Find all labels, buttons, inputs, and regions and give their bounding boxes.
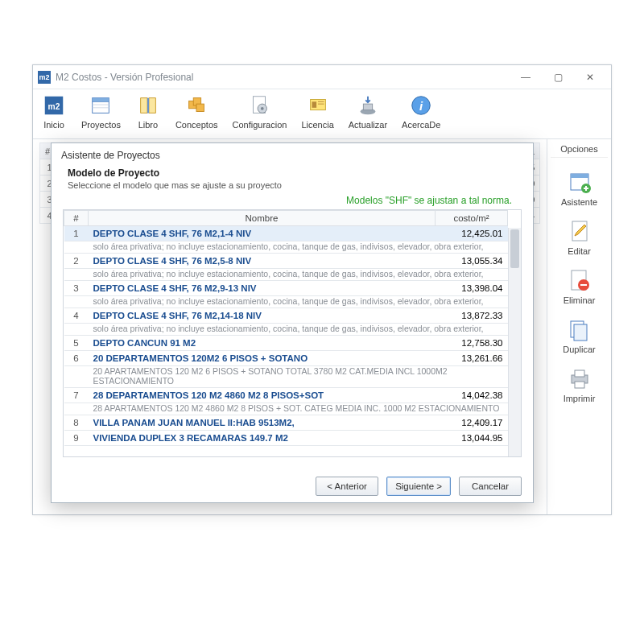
- option-label: Imprimir: [564, 394, 596, 403]
- svg-rect-32: [575, 382, 584, 388]
- ribbon-label: AcercaDe: [402, 120, 440, 130]
- ribbon-actualizar[interactable]: Actualizar: [349, 93, 387, 130]
- ribbon-label: Conceptos: [175, 120, 218, 130]
- delete-icon: [566, 267, 592, 293]
- row-name: VIVIENDA DUPLEX 3 RECAMARAS 149.7 M2: [89, 431, 436, 446]
- app-logo: m2: [38, 71, 51, 84]
- row-cost: 13,872.33: [436, 308, 508, 324]
- table-row-desc: 20 APARTAMENTOS 120 M2 6 PISOS + SOTANO …: [64, 366, 508, 388]
- ribbon-label: Proyectos: [81, 120, 121, 130]
- wizard-note: Modelos "SHF" se ajustan a tal norma.: [52, 192, 533, 209]
- wizard-heading: Modelo de Proyecto: [68, 167, 517, 179]
- ribbon-configuracion[interactable]: Configuracion: [233, 93, 287, 130]
- row-idx: 4: [64, 308, 89, 324]
- svg-rect-27: [580, 284, 587, 286]
- print-icon: [567, 365, 592, 391]
- minimize-button[interactable]: —: [510, 66, 542, 89]
- option-eliminar[interactable]: Eliminar: [564, 267, 596, 305]
- table-row[interactable]: 2 DEPTO CLASE 4 SHF, 76 M2,5-8 NIV 13,05…: [64, 254, 508, 269]
- wizard-subheading: Seleccione el modelo que mas se ajuste a…: [68, 180, 517, 190]
- row-desc: solo área privativa; no incluye estacion…: [89, 296, 508, 308]
- table-row[interactable]: 1 DEPTO CLASE 4 SHF, 76 M2,1-4 NIV 12,42…: [64, 226, 508, 242]
- option-label: Duplicar: [563, 345, 595, 354]
- row-desc: 20 APARTAMENTOS 120 M2 6 PISOS + SOTANO …: [89, 366, 508, 388]
- wizard-window-title: Asistente de Proyectos: [61, 150, 523, 161]
- wizard-col-name[interactable]: Nombre: [89, 211, 436, 226]
- next-button[interactable]: Siguiente >: [386, 477, 451, 496]
- ribbon-inicio[interactable]: m2 Inicio: [41, 93, 67, 130]
- row-desc: 28 APARTAMENTOS 120 M2 4860 M2 8 PISOS +…: [89, 403, 508, 415]
- wizard-scrollbar[interactable]: [508, 228, 521, 456]
- option-asistente[interactable]: Asistente: [561, 169, 597, 207]
- table-row-desc: solo área privativa; no incluye estacion…: [64, 242, 508, 254]
- row-cost: 12,409.17: [436, 415, 508, 431]
- back-button[interactable]: < Anterior: [316, 477, 378, 496]
- svg-rect-6: [93, 98, 109, 102]
- svg-rect-14: [312, 101, 316, 108]
- wizard-col-cost[interactable]: costo/m²: [436, 211, 508, 226]
- row-name: DEPTO CLASE 4 SHF, 76 M2,5-8 NIV: [89, 254, 436, 269]
- row-idx: 6: [64, 351, 89, 366]
- wizard-table[interactable]: # Nombre costo/m² 1 DEPTO CLASE 4 SHF, 7…: [64, 210, 508, 446]
- table-row[interactable]: 3 DEPTO CLASE 4 SHF, 76 M2,9-13 NIV 13,3…: [64, 281, 508, 296]
- table-row-desc: 28 APARTAMENTOS 120 M2 4860 M2 8 PISOS +…: [64, 403, 508, 415]
- svg-rect-18: [363, 104, 372, 110]
- row-name: 20 DEPARTAMENTOS 120M2 6 PISOS + SOTANO: [89, 351, 436, 366]
- row-cost: 13,261.66: [436, 351, 508, 366]
- table-row-desc: solo área privativa; no incluye estacion…: [64, 296, 508, 308]
- table-row[interactable]: 4 DEPTO CLASE 4 SHF, 76 M2,14-18 NIV 13,…: [64, 308, 508, 324]
- option-imprimir[interactable]: Imprimir: [564, 365, 596, 403]
- table-row[interactable]: 8 VILLA PANAM JUAN MANUEL II:HAB 9513M2,…: [64, 415, 508, 431]
- row-idx: 1: [64, 226, 89, 242]
- info-icon: i: [408, 93, 434, 118]
- ribbon-libro[interactable]: Libro: [135, 93, 161, 130]
- ribbon-proyectos[interactable]: Proyectos: [81, 93, 121, 130]
- table-row[interactable]: 9 VIVIENDA DUPLEX 3 RECAMARAS 149.7 M2 1…: [64, 431, 508, 446]
- row-name: DEPTO CLASE 4 SHF, 76 M2,9-13 NIV: [89, 281, 436, 296]
- ribbon-toolbar: m2 Inicio Proyectos Libro Conceptos Conf…: [33, 89, 611, 139]
- svg-rect-31: [575, 370, 584, 377]
- row-idx: 3: [64, 281, 89, 296]
- ribbon-label: Actualizar: [349, 120, 387, 130]
- ribbon-conceptos[interactable]: Conceptos: [175, 93, 218, 130]
- wizard-col-num[interactable]: #: [64, 211, 89, 226]
- table-row[interactable]: 7 28 DEPARTAMENTOS 120 M2 4860 M2 8 PISO…: [64, 388, 508, 403]
- row-desc: solo área privativa; no incluye estacion…: [89, 269, 508, 281]
- scrollbar-thumb[interactable]: [510, 229, 519, 268]
- table-row[interactable]: 5 DEPTO CANCUN 91 M2 12,758.30: [64, 336, 508, 351]
- edit-icon: [567, 218, 592, 244]
- wizard-table-container: # Nombre costo/m² 1 DEPTO CLASE 4 SHF, 7…: [63, 209, 522, 457]
- row-name: DEPTO CLASE 4 SHF, 76 M2,1-4 NIV: [89, 226, 436, 242]
- row-name: VILLA PANAM JUAN MANUEL II:HAB 9513M2,: [89, 415, 436, 431]
- table-row[interactable]: 6 20 DEPARTAMENTOS 120M2 6 PISOS + SOTAN…: [64, 351, 508, 366]
- row-name: 28 DEPARTAMENTOS 120 M2 4860 M2 8 PISOS+…: [89, 388, 436, 403]
- svg-rect-9: [196, 104, 204, 111]
- titlebar: m2 M2 Costos - Versión Profesional — ▢ ✕: [33, 65, 611, 89]
- row-idx: 5: [64, 336, 89, 351]
- option-label: Asistente: [561, 197, 597, 207]
- home-icon: m2: [41, 93, 67, 118]
- row-cost: 13,055.34: [436, 254, 508, 269]
- window-title: M2 Costos - Versión Profesional: [56, 72, 510, 83]
- row-name: DEPTO CANCUN 91 M2: [89, 336, 436, 351]
- ribbon-licencia[interactable]: Licencia: [301, 93, 333, 130]
- cancel-button[interactable]: Cancelar: [459, 477, 522, 496]
- maximize-button[interactable]: ▢: [542, 66, 574, 89]
- option-label: Editar: [568, 246, 591, 256]
- row-desc: solo área privativa; no incluye estacion…: [89, 242, 508, 254]
- close-button[interactable]: ✕: [574, 66, 606, 89]
- ribbon-label: Libro: [138, 120, 158, 130]
- option-editar[interactable]: Editar: [567, 218, 592, 256]
- option-duplicar[interactable]: Duplicar: [563, 316, 595, 354]
- ribbon-label: Inicio: [43, 120, 64, 130]
- svg-rect-29: [574, 324, 587, 341]
- options-title: Opciones: [551, 144, 608, 158]
- row-desc: solo área privativa; no incluye estacion…: [89, 324, 508, 336]
- settings-icon: [246, 93, 272, 118]
- table-row-desc: solo área privativa; no incluye estacion…: [64, 324, 508, 336]
- ribbon-acercade[interactable]: i AcercaDe: [402, 93, 440, 130]
- row-idx: 2: [64, 254, 89, 269]
- row-cost: 12,425.01: [436, 226, 508, 242]
- duplicate-icon: [566, 316, 592, 342]
- row-idx: 7: [64, 388, 89, 403]
